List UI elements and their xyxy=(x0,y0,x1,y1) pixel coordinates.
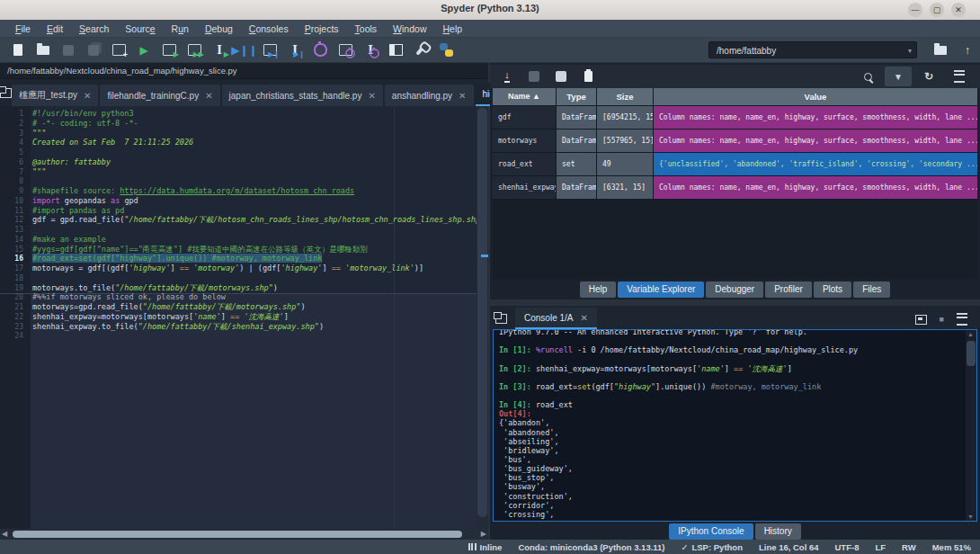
column-header-name[interactable]: Name ▲ xyxy=(493,88,556,105)
tab-help[interactable]: Help xyxy=(580,281,617,298)
menu-debug[interactable]: Debug xyxy=(197,23,241,34)
menu-file[interactable]: File xyxy=(7,23,39,34)
variable-table[interactable]: Name ▲TypeSizeValuegdfDataFrame[6954215,… xyxy=(493,88,977,200)
code-line[interactable]: 15#yygs=gdf[gdf["name"]=="甬莞高速"] #我要知道中國… xyxy=(0,245,477,255)
variable-name[interactable]: shenhai_expway xyxy=(493,176,556,199)
code-line[interactable]: 13 xyxy=(0,225,477,235)
menu-search[interactable]: Search xyxy=(71,23,117,34)
detach-console-icon[interactable] xyxy=(915,315,927,325)
code-line[interactable]: 24 xyxy=(0,331,477,341)
debug-cell-icon[interactable]: ▶❙ xyxy=(257,40,282,60)
menu-run[interactable]: Run xyxy=(164,23,197,34)
variable-type[interactable]: DataFrame xyxy=(557,176,596,199)
chevron-down-icon[interactable]: ▾ xyxy=(908,42,912,59)
close-icon[interactable]: ✕ xyxy=(459,91,466,101)
parent-directory-icon[interactable]: ↑ xyxy=(955,40,980,60)
interrupt-kernel-icon[interactable]: ■ xyxy=(940,315,944,324)
new-file-icon[interactable] xyxy=(5,40,31,60)
refresh-icon[interactable]: ↻ xyxy=(915,67,942,86)
code-line[interactable]: 8 xyxy=(0,176,477,186)
table-row[interactable]: motorwaysDataFrame[557965, 15]Column nam… xyxy=(493,130,977,152)
close-icon[interactable]: ✕ xyxy=(368,91,375,101)
menu-source[interactable]: Source xyxy=(117,23,163,34)
code-line[interactable]: 3""" xyxy=(0,129,477,138)
debug-file-icon[interactable]: ▶❙❙ xyxy=(232,40,257,60)
maximize-button[interactable]: ▢ xyxy=(930,3,944,17)
code-line[interactable]: 16#road_ext=set(gdf["highway"].unique())… xyxy=(0,254,477,264)
pythonpath-manager-icon[interactable] xyxy=(433,40,459,60)
variable-size[interactable]: 49 xyxy=(597,153,653,175)
table-row[interactable]: road_extset49{'unclassified', 'abandoned… xyxy=(493,153,977,175)
menu-tools[interactable]: Tools xyxy=(347,23,386,34)
code-line[interactable]: 19motorways.to_file("/home/fattabby/下載/m… xyxy=(0,283,477,293)
import-data-icon[interactable]: ↓ xyxy=(494,67,521,86)
close-button[interactable]: ✕ xyxy=(951,3,966,17)
minimize-button[interactable]: — xyxy=(908,3,922,17)
working-directory-combobox[interactable]: /home/fattabby ▾ xyxy=(708,41,917,58)
code-line[interactable]: 23shenhai_expway.to_file("/home/fattabby… xyxy=(0,322,477,332)
open-file-icon[interactable] xyxy=(31,40,56,60)
code-line[interactable]: 20#%%if motorways sliced ok, please do b… xyxy=(0,292,477,302)
tab-variable-explorer[interactable]: Variable Explorer xyxy=(618,281,704,298)
profile-file-icon[interactable] xyxy=(307,40,333,60)
tab-ipython-console[interactable]: IPython Console xyxy=(669,523,753,540)
close-icon[interactable]: ✕ xyxy=(205,91,212,101)
code-line[interactable]: 5 xyxy=(0,147,477,157)
editor-tab[interactable]: filehandle_trainingC.py✕ xyxy=(100,85,219,106)
menu-consoles[interactable]: Consoles xyxy=(241,23,297,34)
run-cell-advance-icon[interactable]: ▶▶ xyxy=(182,40,207,60)
debug-selection-icon[interactable]: I▶❙ xyxy=(282,40,307,60)
code-line[interactable]: 21motorways=gpd.read_file("/home/fattabb… xyxy=(0,302,477,312)
run-selection-icon[interactable]: I▶ xyxy=(207,40,232,60)
menu-window[interactable]: Window xyxy=(385,23,434,34)
code-line[interactable]: 10import geopandas as gpd xyxy=(0,196,477,206)
editor-tab[interactable]: 檔應用_test.py✕ xyxy=(12,85,98,106)
tab-profiler[interactable]: Profiler xyxy=(765,281,812,298)
column-header-type[interactable]: Type xyxy=(557,88,596,105)
browse-tabs-icon[interactable] xyxy=(490,308,512,329)
variable-size[interactable]: [557965, 15] xyxy=(597,130,653,152)
code-line[interactable]: 22shenhai_expway=motorways[motorways['na… xyxy=(0,312,477,322)
variable-value[interactable]: {'unclassified', 'abandoned', 'traffic_i… xyxy=(654,153,977,175)
menu-edit[interactable]: Edit xyxy=(39,23,71,34)
editor-tab[interactable]: japan_christians_stats_handle.py✕ xyxy=(222,85,383,106)
code-line[interactable]: 14#make an example xyxy=(0,235,477,245)
variable-value[interactable]: Column names: name, name_en, highway, su… xyxy=(654,106,977,129)
scroll-left-arrow-icon[interactable]: ◀ xyxy=(2,530,7,538)
code-line[interactable]: 17motorways = gdf[(gdf['highway'] == 'mo… xyxy=(0,264,477,273)
variable-explorer-options-menu-icon[interactable] xyxy=(946,67,973,86)
scroll-right-arrow-icon[interactable]: ▶ xyxy=(481,530,486,538)
console-scrollbar[interactable]: ▲ ▼ xyxy=(966,330,976,521)
paste-data-icon[interactable] xyxy=(575,67,601,86)
run-cell-icon[interactable]: ▶ xyxy=(156,40,182,60)
save-data-as-icon[interactable] xyxy=(548,67,575,86)
table-row[interactable]: gdfDataFrame[6954215, 15]Column names: n… xyxy=(493,106,977,129)
code-editor[interactable]: 1#!/usr/bin/env python32# -*- coding: ut… xyxy=(0,106,488,529)
variable-type[interactable]: DataFrame xyxy=(557,130,596,152)
filter-icon[interactable]: ▼ xyxy=(885,67,912,86)
menu-help[interactable]: Help xyxy=(434,23,470,34)
console-tab[interactable]: Console 1/A ✕ xyxy=(515,308,597,329)
tab-plots[interactable]: Plots xyxy=(814,281,851,298)
close-icon[interactable]: ✕ xyxy=(580,313,587,323)
editor-horizontal-scrollbar[interactable]: ◀ ▶ xyxy=(0,529,488,540)
variable-name[interactable]: gdf xyxy=(493,106,556,129)
column-header-value[interactable]: Value xyxy=(654,88,977,105)
editor-vertical-scrollbar[interactable] xyxy=(477,106,488,529)
browse-directory-icon[interactable] xyxy=(928,40,953,60)
variable-name[interactable]: motorways xyxy=(493,130,556,152)
profile-cell-icon[interactable] xyxy=(333,40,358,60)
ipython-console[interactable]: IPython 9.7.0 -- An enhanced Interactive… xyxy=(493,329,977,522)
scroll-down-arrow-icon[interactable]: ▼ xyxy=(967,514,974,520)
scrollbar-thumb[interactable] xyxy=(477,108,487,517)
maximize-pane-icon[interactable] xyxy=(383,40,408,60)
code-line[interactable]: 9#shapefile source: https://data.humdata… xyxy=(0,186,477,196)
code-line[interactable]: 1#!/usr/bin/env python3 xyxy=(0,109,477,119)
code-line[interactable]: 12gdf = gpd.read_file("/home/fattabby/下載… xyxy=(0,215,477,225)
menu-projects[interactable]: Projects xyxy=(297,23,347,34)
code-line[interactable]: 4Created on Sat Feb 7 21:11:25 2026 xyxy=(0,138,477,147)
code-line[interactable]: 18 xyxy=(0,273,477,283)
variable-value[interactable]: Column names: name, name_en, highway, su… xyxy=(654,130,977,152)
console-options-menu-icon[interactable] xyxy=(957,313,967,326)
profile-selection-icon[interactable]: I xyxy=(358,40,383,60)
